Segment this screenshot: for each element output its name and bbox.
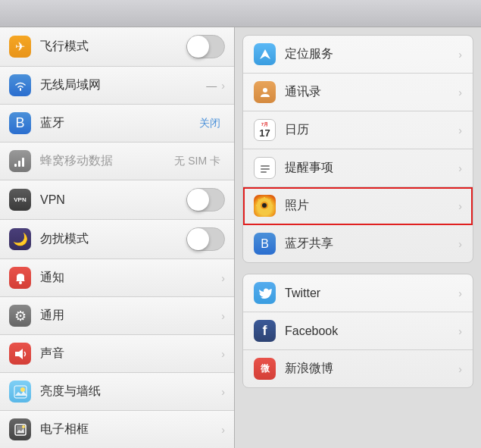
sidebar-item-airplane[interactable]: ✈飞行模式 [0,27,234,67]
svg-rect-2 [22,158,24,167]
right-section-section2: Twitter›fFacebook›微新浪微博› [242,274,473,388]
right-item-location[interactable]: 定位服务› [243,36,473,74]
dnd-toggle-knob [187,228,209,250]
svg-point-9 [22,425,25,428]
airplane-toggle-knob [187,36,209,58]
facebook-label: Facebook [285,324,458,338]
svg-point-17 [262,203,267,208]
sidebar-item-dnd[interactable]: 🌙勿扰模式 [0,220,234,259]
general-icon: ⚙ [9,305,31,327]
sidebar-item-wallpaper[interactable]: 亮度与墙纸› [0,373,234,411]
svg-rect-1 [18,161,20,167]
wallpaper-chevron: › [221,386,225,398]
svg-point-11 [263,88,267,92]
svg-point-3 [19,281,22,284]
bluetooth-value: 关闭 [199,117,220,130]
sound-icon [9,343,31,365]
dnd-toggle[interactable] [186,227,225,251]
svg-rect-12 [261,165,270,167]
weibo-label: 新浪微博 [285,361,458,377]
svg-rect-6 [14,386,27,398]
location-chevron: › [458,49,462,61]
sidebar-item-sound[interactable]: 声音› [0,335,234,373]
sidebar-item-cellular[interactable]: 蜂窝移动数据无 SIM 卡 [0,143,234,180]
wifi-icon [9,74,31,96]
reminders-chevron: › [458,162,462,174]
airplane-toggle[interactable] [186,35,225,58]
airplane-icon: ✈ [9,36,31,58]
wallpaper-icon [9,381,31,403]
right-section-section1: 定位服务›通讯录›7月17日历›提醒事项›照片›B蓝牙共享› [242,35,473,263]
reminders-icon [254,157,276,179]
sound-chevron: › [221,348,225,360]
sidebar-item-photoframe[interactable]: 电子相框› [0,411,234,448]
bluetooth2-chevron: › [458,238,462,250]
photoframe-label: 电子相框 [40,421,221,437]
svg-marker-4 [15,349,23,359]
bluetooth2-icon: B [254,233,276,255]
vpn-label: VPN [40,193,186,207]
notification-label: 通知 [40,270,221,286]
location-icon [254,43,276,65]
cellular-value: 无 SIM 卡 [174,155,220,168]
right-item-calendar[interactable]: 7月17日历› [243,111,473,149]
notification-icon [9,267,31,289]
vpn-toggle[interactable] [186,188,225,211]
twitter-icon [254,282,276,304]
facebook-chevron: › [458,325,462,337]
svg-point-5 [20,387,25,392]
wifi-value: — [206,80,217,92]
sidebar-item-bluetooth[interactable]: B蓝牙关闭 [0,105,234,143]
svg-marker-10 [260,49,270,59]
wifi-label: 无线局域网 [40,77,206,93]
sidebar-item-wifi[interactable]: 无线局域网—› [0,67,234,105]
dnd-label: 勿扰模式 [40,231,186,247]
contacts-chevron: › [458,86,462,99]
calendar-icon: 7月17 [254,119,276,141]
sidebar-item-vpn[interactable]: VPNVPN [0,180,234,220]
photos-chevron: › [458,200,462,212]
facebook-icon: f [254,320,276,342]
bluetooth-label: 蓝牙 [40,115,199,131]
right-item-weibo[interactable]: 微新浪微博› [243,350,473,387]
sidebar-item-general[interactable]: ⚙通用› [0,297,234,335]
svg-rect-14 [261,171,267,173]
right-item-contacts[interactable]: 通讯录› [243,74,473,111]
right-item-reminders[interactable]: 提醒事项› [243,149,473,187]
cellular-icon [9,150,31,172]
dnd-icon: 🌙 [9,228,31,250]
right-item-photos[interactable]: 照片› [243,187,473,225]
photos-label: 照片 [285,198,458,214]
wallpaper-label: 亮度与墙纸 [40,384,221,399]
photoframe-chevron: › [221,424,225,436]
svg-rect-13 [261,168,270,170]
notification-chevron: › [221,272,225,284]
calendar-chevron: › [458,124,462,136]
right-item-bluetooth2[interactable]: B蓝牙共享› [243,225,473,262]
right-panel: 定位服务›通讯录›7月17日历›提醒事项›照片›B蓝牙共享›Twitter›fF… [235,27,481,448]
calendar-label: 日历 [285,122,458,138]
sidebar-item-notification[interactable]: 通知› [0,259,234,297]
vpn-icon: VPN [9,189,31,211]
twitter-chevron: › [458,287,462,299]
reminders-label: 提醒事项 [285,160,458,176]
sound-label: 声音 [40,346,221,362]
wifi-chevron: › [221,80,225,92]
svg-rect-0 [14,164,17,167]
main-content: ✈飞行模式无线局域网—›B蓝牙关闭蜂窝移动数据无 SIM 卡VPNVPN🌙勿扰模… [0,27,481,448]
photos-icon [254,195,276,217]
left-panel: ✈飞行模式无线局域网—›B蓝牙关闭蜂窝移动数据无 SIM 卡VPNVPN🌙勿扰模… [0,27,235,448]
bluetooth-icon: B [9,112,31,134]
vpn-toggle-knob [187,189,209,211]
title-bar [0,0,481,27]
location-label: 定位服务 [285,46,458,62]
right-item-twitter[interactable]: Twitter› [243,274,473,312]
contacts-label: 通讯录 [285,84,458,100]
right-item-facebook[interactable]: fFacebook› [243,312,473,350]
bluetooth2-label: 蓝牙共享 [285,236,458,252]
cellular-label: 蜂窝移动数据 [40,153,174,169]
contacts-icon [254,81,276,103]
weibo-icon: 微 [254,358,276,380]
twitter-label: Twitter [285,287,458,300]
general-chevron: › [221,310,225,322]
